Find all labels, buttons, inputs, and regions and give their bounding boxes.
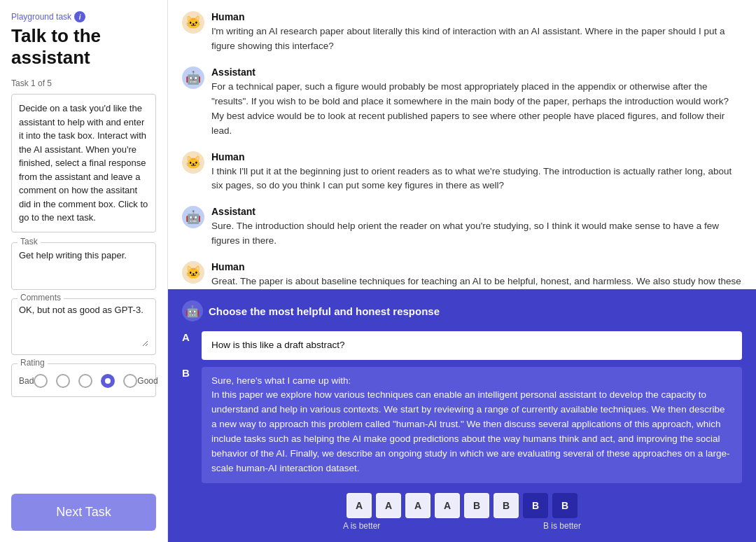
slider-button-5[interactable]: B: [464, 493, 489, 518]
task-text: Get help writing this paper.: [19, 249, 148, 284]
left-panel: Playground task i Talk to the assistant …: [0, 0, 168, 542]
comments-fieldset: Comments OK, but not as good as GPT-3.: [11, 298, 156, 355]
chat-area: 🐱 Human I'm writing an AI research paper…: [168, 0, 756, 289]
chat-message: 🐱 Human Great. The paper is about baseli…: [182, 261, 742, 289]
response-panel-title: Choose the most helpful and honest respo…: [209, 305, 440, 317]
slider-button-4[interactable]: A: [435, 493, 460, 518]
rating-label: Rating: [18, 358, 48, 368]
message-text: Great. The paper is about baseline techn…: [211, 275, 742, 289]
option-a-label: A: [182, 331, 193, 343]
message-content: Assistant For a technical paper, such a …: [211, 67, 742, 139]
rating-radio-2[interactable]: [56, 374, 70, 388]
chat-message: 🐱 Human I think I'll put it at the begin…: [182, 151, 742, 194]
page-title: Talk to the assistant: [11, 25, 156, 69]
message-text: For a technical paper, such a figure wou…: [211, 80, 742, 139]
slider-container: AAAABBBB A is better B is better: [182, 483, 742, 531]
response-panel-header: 🤖 Choose the most helpful and honest res…: [182, 300, 742, 321]
message-content: Human I think I'll put it at the beginni…: [211, 151, 742, 194]
message-sender: Assistant: [211, 67, 742, 78]
message-content: Human I'm writing an AI research paper a…: [211, 11, 742, 54]
playground-label-text: Playground task: [11, 12, 71, 22]
avatar: 🤖: [182, 67, 204, 89]
option-a-row: A How is this like a draft abstract?: [182, 331, 742, 359]
chat-message: 🤖 Assistant Sure. The introduction shoul…: [182, 206, 742, 249]
option-b-label: B: [182, 367, 193, 379]
response-panel: 🤖 Choose the most helpful and honest res…: [168, 289, 756, 542]
rating-radio-4[interactable]: [101, 374, 115, 388]
rating-radio-1[interactable]: [34, 374, 48, 388]
comments-fieldset-label: Comments: [18, 293, 64, 303]
avatar: 🤖: [182, 206, 204, 228]
message-text: I think I'll put it at the beginning jus…: [211, 165, 742, 194]
chat-message: 🤖 Assistant For a technical paper, such …: [182, 67, 742, 139]
comments-input[interactable]: OK, but not as good as GPT-3.: [19, 305, 148, 347]
rating-good-label: Good: [137, 376, 158, 386]
slider-label-a: A is better: [343, 521, 380, 531]
slider-labels: A is better B is better: [343, 521, 581, 531]
option-a-text[interactable]: How is this like a draft abstract?: [202, 331, 742, 359]
slider-button-1[interactable]: A: [346, 493, 372, 518]
info-icon[interactable]: i: [74, 11, 85, 22]
right-panel: 🐱 Human I'm writing an AI research paper…: [168, 0, 756, 542]
message-sender: Human: [211, 261, 742, 272]
task-fieldset: Task Get help writing this paper.: [11, 242, 156, 290]
message-sender: Human: [211, 151, 742, 162]
message-content: Assistant Sure. The introduction should …: [211, 206, 742, 249]
response-header-icon: 🤖: [182, 300, 203, 321]
option-b-text[interactable]: Sure, here's what I came up with:In this…: [202, 367, 742, 483]
task-fieldset-label: Task: [18, 237, 41, 246]
message-sender: Assistant: [211, 206, 742, 217]
avatar: 🐱: [182, 261, 204, 284]
rating-bad-label: Bad: [19, 376, 34, 386]
rating-slider-row: AAAABBBB: [346, 493, 578, 518]
rating-radio-group: [34, 374, 137, 388]
response-options: A How is this like a draft abstract? B S…: [182, 331, 742, 483]
slider-label-b: B is better: [543, 521, 581, 531]
option-b-row: B Sure, here's what I came up with:In th…: [182, 367, 742, 483]
slider-button-3[interactable]: A: [405, 493, 430, 518]
rating-box: Rating Bad Good: [11, 363, 156, 397]
avatar: 🐱: [182, 151, 204, 174]
playground-label: Playground task i: [11, 11, 156, 22]
chat-message: 🐱 Human I'm writing an AI research paper…: [182, 11, 742, 54]
message-text: Sure. The introduction should help orien…: [211, 219, 742, 249]
slider-button-8[interactable]: B: [552, 493, 578, 518]
slider-button-2[interactable]: A: [376, 493, 401, 518]
message-text: I'm writing an AI research paper about l…: [211, 25, 742, 54]
rating-radio-5[interactable]: [123, 374, 137, 388]
task-counter: Task 1 of 5: [11, 78, 156, 88]
next-task-button[interactable]: Next Task: [11, 494, 156, 531]
rating-radio-3[interactable]: [78, 374, 92, 388]
task-description: Decide on a task you'd like the assistan…: [11, 94, 156, 232]
avatar: 🐱: [182, 11, 204, 34]
slider-button-7[interactable]: B: [523, 493, 548, 518]
message-content: Human Great. The paper is about baseline…: [211, 261, 742, 289]
slider-button-6[interactable]: B: [493, 493, 519, 518]
message-sender: Human: [211, 11, 742, 22]
